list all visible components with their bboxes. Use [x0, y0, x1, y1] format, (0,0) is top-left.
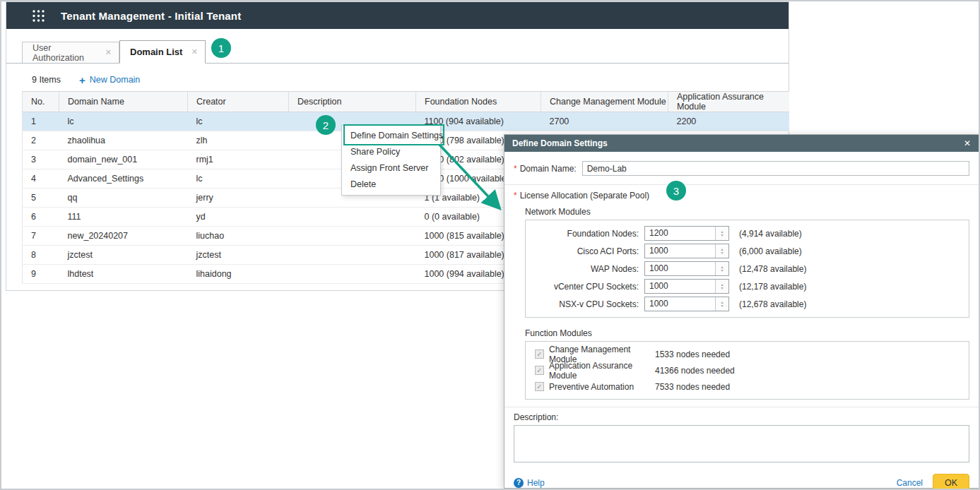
spinner-buttons[interactable]: ▲ ▼	[715, 262, 728, 275]
spinner-up-icon[interactable]: ▲	[720, 265, 724, 268]
dialog-footer: ? Help Cancel OK	[514, 474, 969, 490]
spinner-down-icon[interactable]: ▼	[720, 251, 724, 254]
spinner-value[interactable]: 1000	[645, 244, 715, 258]
spinner-up-icon[interactable]: ▲	[720, 301, 724, 304]
spinner-buttons[interactable]: ▲ ▼	[715, 227, 728, 240]
cell-domain-name: domain_new_001	[59, 150, 188, 169]
spinner-down-icon[interactable]: ▼	[720, 269, 724, 272]
spinner-value[interactable]: 1000	[645, 280, 715, 293]
cell-creator: rmj1	[188, 150, 289, 169]
spinner-value[interactable]: 1000	[645, 262, 715, 275]
spinner-buttons[interactable]: ▲ ▼	[715, 244, 728, 258]
available-text: (12,478 available)	[739, 264, 806, 274]
function-modules-label: Function Modules	[525, 328, 969, 338]
description-textarea[interactable]	[514, 425, 969, 462]
cell-creator: jerry	[188, 189, 289, 208]
ok-button[interactable]: OK	[933, 474, 969, 490]
quantity-stepper[interactable]: 1200 ▲ ▼	[644, 226, 729, 241]
app-header: Tenant Management - Initial Tenant	[6, 2, 789, 29]
cell-domain-name: lc	[59, 112, 188, 131]
quantity-stepper[interactable]: 1000 ▲ ▼	[644, 261, 729, 276]
column-header-no[interactable]: No.	[23, 92, 59, 112]
dialog-title: Define Domain Settings	[512, 138, 608, 148]
nodes-needed-text: 1533 nodes needed	[655, 349, 730, 359]
column-header-description[interactable]: Description	[289, 92, 416, 112]
field-label: WAP Nodes:	[526, 264, 639, 274]
license-allocation-text: License Allocation (Separate Pool)	[520, 191, 649, 201]
network-modules-box: Foundation Nodes: 1200 ▲ ▼ (4,914 availa…	[525, 220, 969, 318]
dialog-body: * Domain Name: * License Allocation (Sep…	[504, 160, 979, 490]
spinner-down-icon[interactable]: ▼	[720, 287, 724, 289]
cell-no: 7	[23, 227, 59, 246]
quantity-stepper[interactable]: 1000 ▲ ▼	[644, 244, 729, 258]
required-marker: *	[514, 191, 517, 201]
spinner-down-icon[interactable]: ▼	[720, 234, 724, 237]
column-header-application-assurance[interactable]: Application Assurance Module	[668, 92, 790, 112]
column-header-creator[interactable]: Creator	[188, 92, 289, 112]
cell-no: 8	[23, 246, 59, 265]
cell-domain-name: jzctest	[59, 246, 188, 265]
dialog-close-icon[interactable]: ✕	[964, 138, 971, 148]
module-label: Application Assurance Module	[549, 361, 655, 381]
plus-icon: +	[79, 74, 85, 86]
domain-table-header: No. Domain Name Creator Description Foun…	[23, 92, 790, 112]
items-count: 9 Items	[32, 75, 61, 85]
network-module-row: vCenter CPU Sockets: 1000 ▲ ▼ (12,178 av…	[526, 277, 969, 295]
spinner-buttons[interactable]: ▲ ▼	[715, 280, 728, 293]
app-grid-icon[interactable]	[32, 9, 45, 23]
field-label: vCenter CPU Sockets:	[526, 282, 639, 292]
domain-name-row: * Domain Name:	[514, 160, 969, 177]
field-label: Foundation Nodes:	[526, 229, 639, 239]
context-menu-item[interactable]: Assign Front Server	[342, 160, 440, 177]
spinner-down-icon[interactable]: ▼	[720, 304, 724, 307]
help-link[interactable]: ? Help	[514, 478, 545, 488]
column-header-foundation-nodes[interactable]: Foundation Nodes	[416, 92, 541, 112]
step-badge-2: 2	[316, 115, 336, 135]
spinner-up-icon[interactable]: ▲	[720, 230, 724, 233]
tab-bar: User Authorization ✕ Domain List ✕	[6, 40, 789, 64]
spinner-value[interactable]: 1000	[645, 297, 715, 311]
step-badge-1: 1	[211, 38, 231, 58]
nodes-needed-text: 41366 nodes needed	[655, 366, 735, 376]
available-text: (6,000 available)	[739, 246, 802, 256]
column-header-change-management[interactable]: Change Management Module	[541, 92, 668, 112]
cell-creator: jzctest	[188, 246, 289, 265]
description-label: Description:	[514, 412, 969, 422]
new-domain-button[interactable]: + New Domain	[79, 74, 140, 86]
table-toolbar: 9 Items + New Domain	[32, 73, 140, 87]
context-menu-item[interactable]: Delete	[342, 177, 440, 193]
spinner-buttons[interactable]: ▲ ▼	[715, 297, 728, 311]
network-modules-label: Network Modules	[525, 207, 969, 217]
cell-domain-name: lhdtest	[59, 265, 188, 284]
quantity-stepper[interactable]: 1000 ▲ ▼	[644, 297, 729, 311]
tab-user-authorization[interactable]: User Authorization ✕	[22, 42, 119, 63]
context-menu-item[interactable]: Share Policy	[342, 144, 440, 160]
close-icon[interactable]: ✕	[191, 47, 198, 56]
spinner-up-icon[interactable]: ▲	[720, 283, 724, 286]
step-badge-3: 3	[666, 181, 686, 201]
help-label: Help	[527, 478, 545, 488]
quantity-stepper[interactable]: 1000 ▲ ▼	[644, 279, 729, 294]
domain-name-input[interactable]	[582, 161, 969, 176]
spinner-up-icon[interactable]: ▲	[720, 248, 724, 251]
cell-creator: yd	[188, 208, 289, 227]
column-header-domain-name[interactable]: Domain Name	[59, 92, 188, 112]
cell-description	[289, 227, 416, 246]
field-label: Cisco ACI Ports:	[526, 246, 639, 256]
cell-creator: lc	[188, 112, 289, 131]
spinner-value[interactable]: 1200	[645, 227, 715, 240]
cell-no: 4	[23, 169, 59, 189]
cell-domain-name: new_20240207	[59, 227, 188, 246]
context-menu-item[interactable]: Define Domain Settings	[342, 128, 440, 144]
tab-domain-list[interactable]: Domain List ✕	[119, 40, 206, 64]
divider	[504, 184, 979, 185]
cancel-button[interactable]: Cancel	[897, 478, 923, 488]
help-icon: ?	[514, 478, 524, 488]
function-modules-box: ✓ Change Management Module 1533 nodes ne…	[525, 341, 969, 400]
cell-description	[289, 265, 416, 284]
close-icon[interactable]: ✕	[105, 48, 112, 57]
cell-domain-name: zhaolihua	[59, 131, 188, 150]
domain-name-label: Domain Name:	[520, 164, 577, 174]
available-text: (12,178 available)	[739, 282, 806, 292]
network-module-row: NSX-v CPU Sockets: 1000 ▲ ▼ (12,678 avai…	[526, 295, 969, 313]
